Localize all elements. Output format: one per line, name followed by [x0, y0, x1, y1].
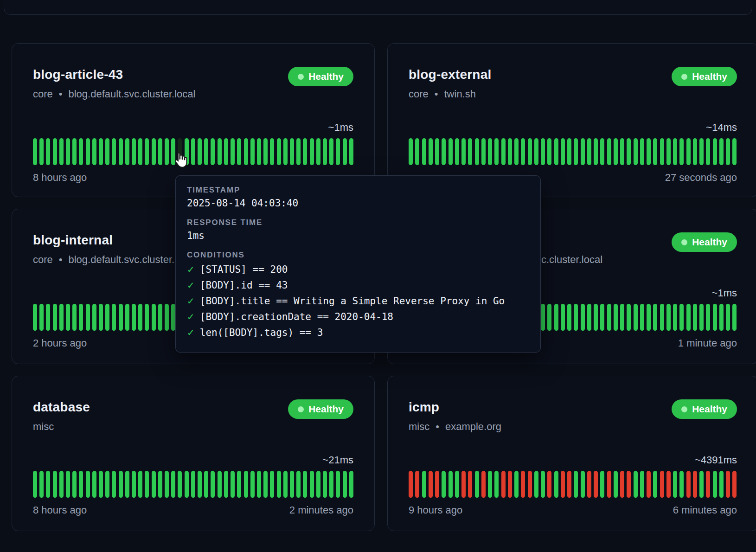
- uptime-bar[interactable]: [587, 304, 591, 331]
- uptime-bar[interactable]: [198, 471, 202, 498]
- uptime-bar[interactable]: [541, 138, 545, 165]
- uptime-bar[interactable]: [554, 304, 558, 331]
- uptime-bar[interactable]: [435, 471, 439, 498]
- uptime-bar[interactable]: [554, 138, 558, 165]
- uptime-bar[interactable]: [33, 304, 37, 331]
- uptime-bar[interactable]: [521, 138, 525, 165]
- uptime-bar[interactable]: [534, 471, 538, 498]
- uptime-bar[interactable]: [653, 471, 657, 498]
- uptime-bar[interactable]: [343, 471, 347, 498]
- uptime-bar[interactable]: [99, 304, 103, 331]
- uptime-bar[interactable]: [211, 138, 215, 165]
- uptime-bar[interactable]: [86, 138, 90, 165]
- uptime-bar[interactable]: [627, 471, 631, 498]
- uptime-bar[interactable]: [125, 138, 129, 165]
- uptime-bar[interactable]: [92, 471, 96, 498]
- uptime-bar[interactable]: [105, 471, 109, 498]
- uptime-bar[interactable]: [713, 471, 717, 498]
- uptime-bar[interactable]: [125, 304, 129, 331]
- uptime-bar[interactable]: [218, 138, 222, 165]
- uptime-bar[interactable]: [547, 138, 551, 165]
- uptime-bar[interactable]: [145, 304, 149, 331]
- uptime-bar[interactable]: [290, 471, 294, 498]
- uptime-bar[interactable]: [415, 471, 419, 498]
- uptime-bar[interactable]: [303, 471, 307, 498]
- uptime-bar[interactable]: [719, 471, 724, 498]
- uptime-bar[interactable]: [600, 304, 604, 331]
- endpoint-card-database[interactable]: database misc Healthy ~21ms 8 hours ago …: [12, 376, 375, 531]
- uptime-bar[interactable]: [257, 138, 261, 165]
- uptime-bar[interactable]: [329, 471, 333, 498]
- uptime-bar[interactable]: [39, 138, 44, 165]
- uptime-bars[interactable]: [33, 138, 353, 165]
- uptime-bar[interactable]: [59, 304, 64, 331]
- uptime-bar[interactable]: [316, 138, 320, 165]
- uptime-bar[interactable]: [165, 304, 169, 331]
- uptime-bar[interactable]: [673, 471, 677, 498]
- uptime-bar[interactable]: [713, 138, 717, 165]
- uptime-bar[interactable]: [112, 304, 116, 331]
- uptime-bar[interactable]: [263, 138, 268, 165]
- uptime-bar[interactable]: [145, 138, 149, 165]
- uptime-bar[interactable]: [448, 138, 453, 165]
- uptime-bar[interactable]: [461, 138, 466, 165]
- uptime-bar[interactable]: [574, 138, 578, 165]
- uptime-bar[interactable]: [528, 471, 532, 498]
- uptime-bar[interactable]: [132, 304, 136, 331]
- uptime-bar[interactable]: [72, 304, 77, 331]
- uptime-bar[interactable]: [686, 304, 691, 331]
- uptime-bar[interactable]: [296, 138, 301, 165]
- uptime-bar[interactable]: [620, 471, 624, 498]
- uptime-bar[interactable]: [475, 138, 479, 165]
- uptime-bar[interactable]: [185, 471, 189, 498]
- uptime-bar[interactable]: [719, 304, 724, 331]
- uptime-bar[interactable]: [653, 138, 657, 165]
- uptime-bar[interactable]: [79, 304, 83, 331]
- uptime-bar[interactable]: [514, 471, 519, 498]
- uptime-bar[interactable]: [561, 471, 565, 498]
- uptime-bar[interactable]: [501, 471, 506, 498]
- uptime-bar[interactable]: [587, 138, 591, 165]
- uptime-bar[interactable]: [79, 138, 83, 165]
- uptime-bar[interactable]: [409, 138, 413, 165]
- uptime-bar[interactable]: [541, 304, 545, 331]
- uptime-bar[interactable]: [349, 138, 353, 165]
- uptime-bar[interactable]: [165, 138, 169, 165]
- uptime-bar[interactable]: [39, 304, 44, 331]
- uptime-bar[interactable]: [713, 304, 717, 331]
- uptime-bar[interactable]: [567, 471, 571, 498]
- uptime-bar[interactable]: [191, 138, 195, 165]
- uptime-bar[interactable]: [634, 471, 638, 498]
- uptime-bar[interactable]: [666, 138, 671, 165]
- uptime-bar[interactable]: [263, 471, 268, 498]
- uptime-bar[interactable]: [270, 471, 274, 498]
- uptime-bar[interactable]: [178, 471, 182, 498]
- uptime-bar[interactable]: [594, 304, 598, 331]
- uptime-bar[interactable]: [138, 304, 142, 331]
- uptime-bar[interactable]: [581, 138, 585, 165]
- uptime-bar[interactable]: [607, 138, 611, 165]
- uptime-bar[interactable]: [270, 138, 274, 165]
- uptime-bar[interactable]: [666, 304, 671, 331]
- uptime-bar[interactable]: [211, 471, 215, 498]
- uptime-bar[interactable]: [508, 471, 512, 498]
- uptime-bar[interactable]: [468, 471, 472, 498]
- uptime-bar[interactable]: [673, 138, 677, 165]
- uptime-bar[interactable]: [528, 138, 532, 165]
- uptime-bar[interactable]: [132, 471, 136, 498]
- uptime-bar[interactable]: [296, 471, 301, 498]
- uptime-bar[interactable]: [620, 304, 624, 331]
- uptime-bar[interactable]: [488, 138, 492, 165]
- uptime-bar[interactable]: [706, 471, 710, 498]
- uptime-bar[interactable]: [647, 304, 651, 331]
- uptime-bar[interactable]: [33, 138, 37, 165]
- uptime-bar[interactable]: [99, 471, 103, 498]
- uptime-bar[interactable]: [158, 138, 162, 165]
- uptime-bar[interactable]: [574, 304, 578, 331]
- uptime-bar[interactable]: [699, 138, 704, 165]
- uptime-bar[interactable]: [660, 138, 664, 165]
- uptime-bar[interactable]: [581, 304, 585, 331]
- uptime-bar[interactable]: [574, 471, 578, 498]
- uptime-bar[interactable]: [607, 304, 611, 331]
- uptime-bar[interactable]: [627, 138, 631, 165]
